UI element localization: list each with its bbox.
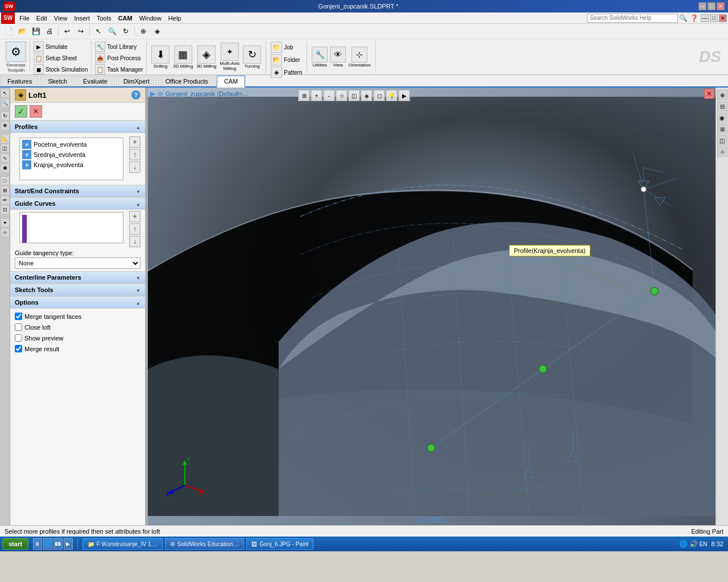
- tool-3dsketch[interactable]: ∿: [1, 153, 10, 163]
- multiaxis-button[interactable]: ✦ Multi-AxisMilling: [220, 43, 240, 71]
- tool-surface[interactable]: ◉: [1, 163, 10, 172]
- guide-down-button[interactable]: ↓: [129, 236, 140, 247]
- tab-dimxpert[interactable]: DimXpert: [116, 76, 157, 86]
- task-manager-button[interactable]: 📋 Task Manager: [95, 64, 143, 74]
- redo-button[interactable]: ↪: [75, 25, 87, 38]
- search-input[interactable]: [587, 14, 678, 23]
- minimize-icon[interactable]: —: [701, 14, 709, 22]
- tool-assembly[interactable]: ⊞: [1, 186, 10, 195]
- tool-section[interactable]: ◫: [1, 144, 10, 153]
- guide-up-button[interactable]: ↑: [129, 223, 140, 235]
- tab-cam[interactable]: CAM: [217, 76, 245, 88]
- viewport[interactable]: ▶ ⊕ Gonjeni_zupcanik (Default<... ⊞ + - …: [148, 88, 715, 525]
- view-button[interactable]: 👁 View: [330, 47, 346, 68]
- tab-evaluate[interactable]: Evaluate: [76, 76, 115, 86]
- cancel-button[interactable]: ✕: [30, 105, 42, 118]
- menu-cam[interactable]: CAM: [115, 14, 136, 23]
- close-icon[interactable]: ✕: [719, 14, 727, 22]
- tool-smart[interactable]: ✦: [1, 218, 10, 227]
- tool-zoom[interactable]: 🔍: [1, 98, 10, 107]
- menu-view[interactable]: View: [51, 14, 71, 23]
- simulate-button[interactable]: ▶ Simulate: [34, 41, 88, 52]
- select-button[interactable]: ↖: [92, 25, 105, 38]
- rotate-button[interactable]: ↻: [119, 25, 132, 38]
- print-button[interactable]: 🖨: [43, 25, 56, 38]
- turning-button[interactable]: ↻ Turning: [243, 45, 261, 69]
- save-button[interactable]: 💾: [30, 25, 42, 38]
- menu-help[interactable]: Help: [165, 14, 185, 23]
- menu-file[interactable]: File: [16, 14, 33, 23]
- utilities-button[interactable]: 🔧 Utilities: [312, 47, 328, 68]
- folder-button[interactable]: 📂 Folder: [271, 54, 300, 65]
- taskbar-paint-button[interactable]: 🖼 Gonj_6.JPG - Paint: [246, 538, 313, 550]
- tool-library-button[interactable]: 🔧 Tool Library: [95, 41, 143, 52]
- ie-icon[interactable]: 🌐: [43, 538, 52, 550]
- tool-measure[interactable]: 📐: [1, 134, 10, 143]
- zoom-button[interactable]: 🔍: [106, 25, 118, 38]
- tool-pan[interactable]: ✥: [1, 121, 10, 130]
- quick-launch-icon[interactable]: 🖥: [33, 538, 42, 550]
- close-loft-checkbox[interactable]: [15, 323, 22, 331]
- open-button[interactable]: 📂: [16, 25, 28, 38]
- right-icon-2[interactable]: ⊟: [717, 101, 727, 111]
- profile-point-1[interactable]: [427, 444, 435, 451]
- guide-add-button[interactable]: +: [129, 211, 140, 222]
- vp-hide[interactable]: ◻: [374, 90, 385, 101]
- drilling-button[interactable]: ⬇ Drilling: [151, 45, 169, 69]
- menu-window[interactable]: Window: [136, 14, 165, 23]
- tool-sheet[interactable]: □: [1, 176, 10, 185]
- generate-toolpath-button[interactable]: ⚙ GenerateToolpath: [6, 41, 26, 73]
- loft-help-button[interactable]: ?: [131, 90, 140, 99]
- iso-label[interactable]: *Isometric: [418, 515, 446, 522]
- right-icon-5[interactable]: ◫: [717, 135, 727, 146]
- profile-point-3[interactable]: [651, 287, 658, 294]
- profile-point-2[interactable]: [539, 365, 547, 372]
- tab-office[interactable]: Office Products: [158, 76, 216, 86]
- section-options[interactable]: Options: [10, 296, 145, 309]
- help-icon[interactable]: ❓: [690, 14, 698, 22]
- orientation-button[interactable]: ⊹ Orientation: [348, 47, 370, 68]
- viewport-close-button[interactable]: ✕: [704, 89, 714, 99]
- job-button[interactable]: 📁 Job: [271, 41, 293, 53]
- profile-add-button[interactable]: +: [129, 136, 140, 148]
- profile-item-1[interactable]: ⊕ Pocetna_evolventa: [21, 139, 122, 149]
- start-button[interactable]: start: [2, 538, 28, 550]
- stock-simulation-button[interactable]: ◼ Stock Simulation: [34, 64, 88, 74]
- search-icon[interactable]: 🔍: [679, 14, 688, 22]
- snap-button[interactable]: ⊕: [137, 25, 150, 38]
- merge-tangent-checkbox[interactable]: [15, 313, 22, 320]
- show-preview-checkbox[interactable]: [15, 334, 22, 342]
- vp-display[interactable]: ◈: [361, 90, 373, 101]
- tab-features[interactable]: Features: [0, 76, 39, 86]
- display-button[interactable]: ◈: [151, 25, 163, 38]
- tangency-select[interactable]: None Tangency to Face Normal to Profile: [15, 257, 140, 269]
- section-profiles[interactable]: Profiles: [10, 120, 145, 133]
- profile-item-3[interactable]: ⊕ Krajnja_evolventa: [21, 160, 122, 170]
- tool-select[interactable]: ↖: [1, 89, 10, 98]
- taskbar-solidworks-button[interactable]: ⚙ SolidWorks Education....: [165, 538, 245, 550]
- vp-zoom-fit[interactable]: ⊞: [299, 90, 310, 101]
- ok-button[interactable]: ✓: [15, 105, 27, 118]
- vp-zoom-in[interactable]: +: [311, 90, 322, 101]
- merge-result-checkbox[interactable]: [15, 345, 22, 352]
- right-icon-1[interactable]: ⊕: [717, 90, 727, 100]
- right-icon-4[interactable]: ⊞: [717, 124, 727, 134]
- taskbar-explorer-button[interactable]: 📁 F:\Konstruisanje_IV 1....: [82, 538, 163, 550]
- profile-down-button[interactable]: ↓: [129, 161, 140, 173]
- tool-rotate[interactable]: ↻: [1, 111, 10, 120]
- tab-sketch[interactable]: Sketch: [40, 76, 75, 86]
- vp-section[interactable]: ◫: [349, 90, 360, 101]
- right-icon-6[interactable]: ⊹: [717, 147, 727, 157]
- menu-insert[interactable]: Insert: [71, 14, 93, 23]
- tool-options[interactable]: ⊹: [1, 228, 10, 237]
- vp-more[interactable]: ▶: [399, 90, 410, 101]
- restore-icon[interactable]: □: [710, 14, 718, 22]
- breadcrumb-text[interactable]: Gonjeni_zupcanik (Default<...: [166, 90, 248, 97]
- tool-feature[interactable]: ⊡: [1, 205, 10, 214]
- media-icon[interactable]: ▶: [64, 538, 73, 550]
- menu-tools[interactable]: Tools: [93, 14, 115, 23]
- 2d-milling-button[interactable]: ▦ 2D Milling: [173, 45, 193, 69]
- profile-item-2[interactable]: ⊕ Srednja_evolventa: [21, 149, 122, 160]
- section-guidecurves[interactable]: Guide Curves: [10, 197, 145, 210]
- outlook-icon[interactable]: 📧: [53, 538, 63, 550]
